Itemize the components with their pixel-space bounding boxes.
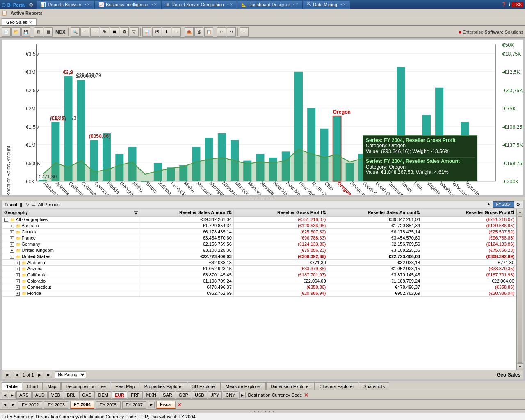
expand-collapse-btn[interactable]: + [10,242,14,247]
year-fy2002[interactable]: FY 2002 [18,401,42,409]
year-fy2007[interactable]: FY 2007 [122,401,146,409]
table-row[interactable]: - 📁 All Geographies €39.342.261,04 (€751… [2,217,516,223]
geo-sales-tab[interactable]: Geo Sales ✕ [2,18,37,25]
expand-collapse-btn[interactable]: + [10,224,14,228]
expand-collapse-btn[interactable]: + [16,273,20,277]
fy-settings-icon[interactable]: ⚙ [516,202,520,208]
currency-veb[interactable]: VEB [48,391,63,399]
table-row[interactable]: + 📁 Germany €2.156.769,56 (€124.133,86) … [2,241,516,247]
year-play-btn[interactable]: ▶ [10,402,16,408]
year-prev-btn[interactable]: ◀ [2,402,8,408]
currency-cad[interactable]: CAD [79,391,94,399]
info-icon[interactable]: ℹ [509,2,510,7]
paging-dropdown[interactable]: No Paging [55,371,86,378]
expand-collapse-btn[interactable]: + [16,267,20,271]
expand-collapse-btn[interactable]: - [10,255,14,259]
table-row[interactable]: + 📁 Australia €1.720.854,34 (€120.536,95… [2,223,516,229]
toolbar-undo-btn[interactable]: ↩ [217,27,226,37]
currency-brl[interactable]: BRL [64,391,78,399]
help-icon[interactable]: ❓ [501,2,507,7]
panel-tab-table[interactable]: Table [2,382,22,390]
currency-ars[interactable]: ARS [16,391,32,399]
col-sort-icon3[interactable]: ⇅ [416,210,420,215]
toolbar-refresh-btn[interactable]: ↻ [100,27,109,37]
toolbar-zoom-in-btn[interactable]: + [80,27,89,37]
currency-close-icon[interactable]: ✕ [304,392,309,398]
fy-badge[interactable]: FY 2004 [493,201,514,208]
expand-collapse-btn[interactable]: + [10,249,14,253]
currency-gbp[interactable]: GBP [176,391,191,399]
panel-tab-snapshots[interactable]: Snapshots [359,382,389,390]
tab-data-mining[interactable]: ⛏Data Mining▪ ✕ [303,1,349,9]
currency-play-btn[interactable]: ▶ [9,392,16,398]
table-row[interactable]: + 📁 United Kingdom €3.108.225,36 (€75.85… [2,247,516,253]
col-header-reseller-gp2[interactable]: Reseller Gross Profit ⇅ [422,209,516,217]
toolbar-new-btn[interactable]: 📄 [2,27,11,37]
scroll-up-btn[interactable]: ▲ [517,209,523,215]
tab-business-intelligence[interactable]: 📈Business Intelligence▪ ✕ [95,1,161,9]
vertical-scrollbar[interactable]: ▲ ▼ [516,209,523,370]
toolbar-map-btn[interactable]: 🗺 [152,27,161,37]
currency-mxn[interactable]: MXN [144,391,159,399]
year-close-icon[interactable]: ✕ [177,402,182,408]
expand-handle[interactable]: • • • • • • • [0,197,525,200]
col-filter-icon[interactable]: ▽ [134,210,137,215]
nav-prev-btn[interactable]: ◀ [14,372,20,378]
toolbar-stop-btn[interactable]: ⏹ [110,27,119,37]
panel-tab-decomposition[interactable]: Decomposition Tree [61,382,110,390]
toolbar-open-btn[interactable]: 📂 [11,27,21,37]
currency-jpy[interactable]: JPY [208,391,222,399]
currency-cny[interactable]: CNY [223,391,238,399]
scroll-down-btn[interactable]: ▼ [517,363,523,370]
currency-dem[interactable]: DEM [96,391,111,399]
table-wrapper[interactable]: Geography ▽ Reseller Sales Amount ⇅ Rese… [2,209,523,370]
expand-collapse-btn[interactable]: + [10,230,14,234]
year-fy2005[interactable]: FY 2005 [96,401,120,409]
table-row[interactable]: + 📁 Florida €952.762,69 (€20.986,94) €95… [2,290,516,297]
expand-collapse-btn[interactable]: + [16,261,20,265]
panel-tab-dimension[interactable]: Dimension Explorer [266,382,315,390]
toolbar-export-btn[interactable]: 📤 [185,27,194,37]
year-fy2003[interactable]: FY 2003 [44,401,68,409]
currency-sar[interactable]: SAR [160,391,175,399]
panel-tab-clusters[interactable]: Clusters Explorer [315,382,358,390]
table-row[interactable]: + 📁 Colorado €1.108.709,24 €22.064,00 €1… [2,278,516,284]
tab-reports-browser[interactable]: 📊Reports Browser▪ ✕ [37,1,94,9]
col-sort-icon1[interactable]: ⇅ [228,210,232,215]
table-row[interactable]: - 📁 United States €22.723.406,03 (€308.3… [2,253,516,260]
filter-bars-icon[interactable]: ||| [20,202,23,207]
year-next-btn[interactable]: ▶ [148,402,155,408]
toolbar-chart-btn[interactable]: 📊 [142,27,151,37]
bottom-expand-handle[interactable]: • • • • • • • [0,410,525,413]
year-fy2004[interactable]: FY 2004 [70,401,94,409]
table-row[interactable]: + 📁 France €3.454.570,60 (€96.788,83) €3… [2,235,516,241]
currency-eur[interactable]: EUR [112,391,127,399]
toolbar-redo-btn[interactable]: ↪ [227,27,236,37]
col-header-reseller-sales2[interactable]: Reseller Sales Amount ⇅ [328,209,422,217]
col-header-reseller-gp[interactable]: Reseller Gross Profit ⇅ [233,209,328,217]
fiscal-filter-btn[interactable]: Fiscal [156,401,176,409]
currency-frf[interactable]: FRF [128,391,142,399]
toolbar-more-btn[interactable]: ⋯ [240,27,249,37]
table-row[interactable]: + 📁 Alabama €32.038,18 €771,30 €32.038,1… [2,260,516,266]
tab-report-server[interactable]: 🖥Report Server Companion▪ ✕ [162,1,237,9]
toolbar-settings-btn[interactable]: ⚙ [120,27,129,37]
col-header-reseller-sales[interactable]: Reseller Sales Amount ⇅ [139,209,234,217]
currency-usd[interactable]: USD [192,391,207,399]
panel-tab-3d[interactable]: 3D Explorer [188,382,221,390]
table-row[interactable]: + 📁 California €3.870.145,45 (€187.701,9… [2,272,516,278]
toolbar-print-btn[interactable]: 🖨 [194,27,203,37]
col-header-geography[interactable]: Geography ▽ [2,209,139,217]
expand-collapse-btn[interactable]: + [16,285,20,290]
panel-tab-map[interactable]: Map [43,382,61,390]
geo-sales-close-icon[interactable]: ✕ [29,20,32,25]
nav-next-btn[interactable]: ▶ [37,372,43,378]
toolbar-filter-btn[interactable]: ▽ [130,27,139,37]
toolbar-zoom-out-btn[interactable]: - [90,27,99,37]
expand-collapse-btn[interactable]: + [10,236,14,240]
currency-next-btn[interactable]: ▶ [239,392,246,398]
panel-tab-chart[interactable]: Chart [23,382,43,390]
table-row[interactable]: + 📁 Arizona €1.052.923,15 (€33.379,35) €… [2,266,516,272]
nav-first-btn[interactable]: ⏮ [5,372,11,378]
panel-tab-heatmap[interactable]: Heat Map [111,382,139,390]
